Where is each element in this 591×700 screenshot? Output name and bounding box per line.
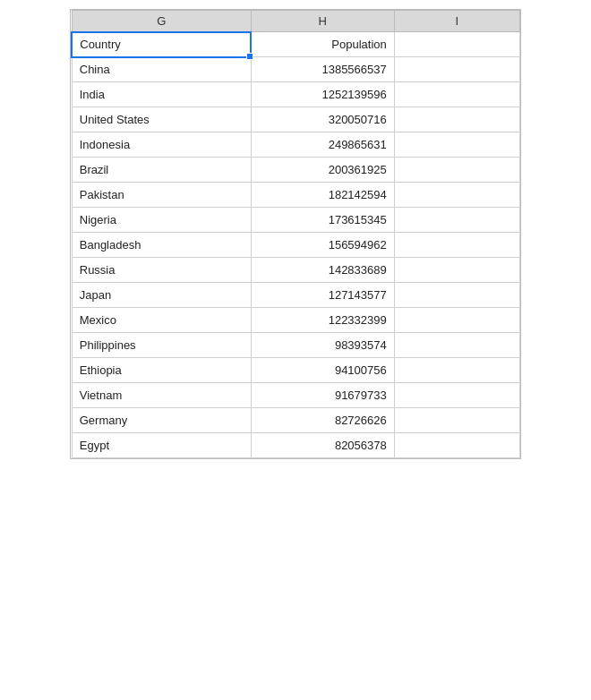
table-row: Mexico122332399 [72, 308, 519, 333]
population-cell[interactable]: 173615345 [251, 208, 394, 233]
empty-cell [394, 308, 519, 333]
population-cell[interactable]: 98393574 [251, 333, 394, 358]
population-cell[interactable]: 127143577 [251, 283, 394, 308]
empty-cell [394, 183, 519, 208]
table-row: India1252139596 [72, 82, 519, 107]
population-cell[interactable]: 1385566537 [251, 57, 394, 82]
table-row: Vietnam91679733 [72, 383, 519, 408]
country-cell[interactable]: Mexico [72, 308, 251, 333]
table-row: Brazil200361925 [72, 158, 519, 183]
country-cell[interactable]: Nigeria [72, 208, 251, 233]
country-cell[interactable]: Germany [72, 408, 251, 433]
population-cell[interactable]: 1252139596 [251, 82, 394, 107]
empty-cell [394, 132, 519, 158]
country-cell[interactable]: Russia [72, 258, 251, 283]
col-i-header[interactable]: I [394, 11, 519, 32]
population-cell[interactable]: 156594962 [251, 233, 394, 258]
table-row: Bangladesh156594962 [72, 233, 519, 258]
country-cell[interactable]: Philippines [72, 333, 251, 358]
country-cell[interactable]: Ethiopia [72, 358, 251, 383]
country-cell[interactable]: India [72, 82, 251, 107]
country-header-cell[interactable]: Country [72, 32, 251, 57]
population-cell[interactable]: 142833689 [251, 258, 394, 283]
empty-cell [394, 208, 519, 233]
country-cell[interactable]: Vietnam [72, 383, 251, 408]
selection-handle [246, 53, 253, 60]
empty-header-cell [394, 32, 519, 57]
country-cell[interactable]: Brazil [72, 158, 251, 183]
table-row: China1385566537 [72, 57, 519, 82]
column-header-row: G H I [72, 11, 519, 32]
population-cell[interactable]: 249865631 [251, 132, 394, 158]
empty-cell [394, 233, 519, 258]
population-cell[interactable]: 200361925 [251, 158, 394, 183]
population-cell[interactable]: 82056378 [251, 433, 394, 458]
table-row: Ethiopia94100756 [72, 358, 519, 383]
country-cell[interactable]: China [72, 57, 251, 82]
empty-cell [394, 433, 519, 458]
empty-cell [394, 383, 519, 408]
data-header-row: Country Population [72, 32, 519, 57]
population-cell[interactable]: 320050716 [251, 107, 394, 132]
country-cell[interactable]: Bangladesh [72, 233, 251, 258]
empty-cell [394, 333, 519, 358]
empty-cell [394, 358, 519, 383]
table-row: Germany82726626 [72, 408, 519, 433]
table-row: Nigeria173615345 [72, 208, 519, 233]
population-cell[interactable]: 182142594 [251, 183, 394, 208]
country-cell[interactable]: Japan [72, 283, 251, 308]
table-row: Russia142833689 [72, 258, 519, 283]
empty-cell [394, 283, 519, 308]
country-cell[interactable]: Indonesia [72, 132, 251, 158]
country-cell[interactable]: Pakistan [72, 183, 251, 208]
empty-cell [394, 258, 519, 283]
empty-cell [394, 82, 519, 107]
table-row: United States320050716 [72, 107, 519, 132]
empty-cell [394, 57, 519, 82]
empty-cell [394, 107, 519, 132]
empty-cell [394, 158, 519, 183]
table-row: Indonesia249865631 [72, 132, 519, 158]
table-row: Philippines98393574 [72, 333, 519, 358]
table-row: Japan127143577 [72, 283, 519, 308]
population-cell[interactable]: 94100756 [251, 358, 394, 383]
table-row: Egypt82056378 [72, 433, 519, 458]
col-h-header[interactable]: H [251, 11, 394, 32]
col-g-header[interactable]: G [72, 11, 251, 32]
spreadsheet: G H I Country Population China1385566537… [70, 9, 521, 459]
empty-cell [394, 408, 519, 433]
population-header-cell[interactable]: Population [251, 32, 394, 57]
population-cell[interactable]: 91679733 [251, 383, 394, 408]
table-row: Pakistan182142594 [72, 183, 519, 208]
population-cell[interactable]: 122332399 [251, 308, 394, 333]
country-cell[interactable]: Egypt [72, 433, 251, 458]
population-cell[interactable]: 82726626 [251, 408, 394, 433]
country-cell[interactable]: United States [72, 107, 251, 132]
